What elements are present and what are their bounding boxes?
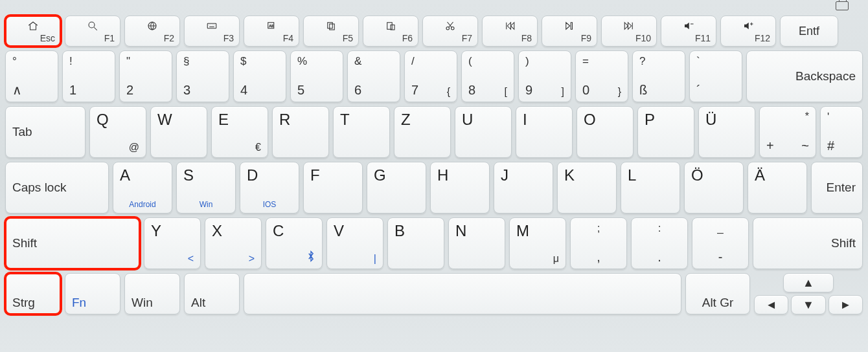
key-b[interactable]: B — [387, 217, 444, 269]
key-m[interactable]: M μ — [509, 217, 566, 269]
key-altgr[interactable]: Alt Gr — [685, 273, 750, 314]
print-icon — [836, 1, 849, 10]
key-degree[interactable]: ° ∧ — [5, 50, 58, 102]
key-f4[interactable]: All F4 — [244, 16, 299, 47]
key-j[interactable]: J — [494, 162, 553, 214]
key-plus[interactable]: * +~ — [759, 106, 816, 158]
key-o[interactable]: O — [577, 106, 634, 158]
key-d[interactable]: D IOS — [240, 162, 299, 214]
key-eszett[interactable]: ? ß — [632, 50, 685, 102]
key-arrow-down[interactable]: ▼ — [791, 295, 825, 314]
key-bot: 2 — [126, 83, 133, 98]
key-label: F4 — [283, 33, 293, 43]
key-letter: Ä — [755, 166, 800, 184]
key-arrow-left[interactable]: ◄ — [754, 295, 788, 314]
key-letter: N — [455, 222, 498, 240]
key-label: Esc — [40, 33, 55, 43]
key-f1[interactable]: F1 — [65, 16, 120, 47]
key-x[interactable]: X > — [205, 217, 262, 269]
key-capslock[interactable]: Caps lock — [5, 162, 109, 214]
key-z[interactable]: Z — [394, 106, 451, 158]
key-3[interactable]: § 3 — [176, 50, 229, 102]
key-g[interactable]: G — [367, 162, 426, 214]
key-i[interactable]: I — [516, 106, 573, 158]
key-a[interactable]: A Android — [113, 162, 172, 214]
key-label: F7 — [462, 33, 472, 43]
key-strg[interactable]: Strg — [5, 273, 61, 314]
key-comma[interactable]: ; , — [570, 217, 627, 269]
key-2[interactable]: " 2 — [119, 50, 172, 102]
key-bot: 4 — [240, 83, 247, 98]
key-ae[interactable]: Ä — [748, 162, 807, 214]
key-label: F8 — [521, 33, 532, 43]
key-5[interactable]: % 5 — [290, 50, 343, 102]
key-backspace[interactable]: Backspace — [746, 50, 863, 102]
key-l[interactable]: L — [621, 162, 680, 214]
key-k[interactable]: K — [557, 162, 617, 214]
key-alt[interactable]: Alt — [184, 273, 240, 314]
key-f12[interactable]: F12 — [720, 16, 776, 47]
key-accent[interactable]: ` ´ — [689, 50, 742, 102]
key-u[interactable]: U — [455, 106, 512, 158]
key-f11[interactable]: F11 — [661, 16, 716, 47]
key-arrow-right[interactable]: ► — [828, 295, 863, 314]
key-tab[interactable]: Tab — [5, 106, 86, 158]
svg-text:All: All — [269, 24, 273, 28]
key-p[interactable]: P — [637, 106, 694, 158]
key-r[interactable]: R — [272, 106, 329, 158]
key-y[interactable]: Y < — [144, 217, 201, 269]
play-pause-icon — [546, 19, 593, 33]
key-t[interactable]: T — [333, 106, 390, 158]
key-left-shift[interactable]: Shift — [5, 217, 140, 269]
key-9[interactable]: ) 9] — [518, 50, 571, 102]
key-right-shift[interactable]: Shift — [753, 217, 863, 269]
key-enter[interactable]: Enter — [811, 162, 863, 214]
key-letter: D — [247, 166, 292, 184]
key-f2[interactable]: F2 — [124, 16, 180, 47]
key-f5[interactable]: F5 — [303, 16, 359, 47]
key-1[interactable]: ! 1 — [62, 50, 115, 102]
key-f3[interactable]: F3 — [184, 16, 240, 47]
key-fn[interactable]: Fn — [65, 273, 120, 314]
key-dash[interactable]: _ - — [692, 217, 749, 269]
key-letter: E — [218, 111, 261, 129]
cut-icon — [427, 19, 474, 33]
key-4[interactable]: $ 4 — [233, 50, 286, 102]
key-0[interactable]: = 0} — [575, 50, 628, 102]
key-letter: M — [516, 222, 559, 240]
key-win[interactable]: Win — [124, 273, 180, 314]
key-f8[interactable]: F8 — [482, 16, 538, 47]
key-h[interactable]: H — [430, 162, 490, 214]
key-label: Enter — [818, 166, 856, 209]
key-e[interactable]: E € — [211, 106, 268, 158]
key-f10[interactable]: F10 — [601, 16, 657, 47]
key-f7[interactable]: F7 — [422, 16, 478, 47]
key-delete[interactable]: Entf — [780, 16, 838, 47]
key-letter: T — [340, 111, 383, 129]
key-f[interactable]: F — [303, 162, 363, 214]
key-c[interactable]: C — [266, 217, 323, 269]
key-top: ° — [12, 55, 51, 68]
key-f9[interactable]: F9 — [542, 16, 597, 47]
prev-track-icon — [486, 19, 533, 33]
key-hash[interactable]: ' # — [820, 106, 863, 158]
key-6[interactable]: & 6 — [347, 50, 400, 102]
key-w[interactable]: W — [150, 106, 207, 158]
key-f6[interactable]: F6 — [363, 16, 418, 47]
key-alt: > — [249, 253, 255, 265]
key-letter: X — [212, 222, 255, 240]
key-s[interactable]: S Win — [176, 162, 236, 214]
key-sublabel: Win — [177, 200, 235, 209]
key-q[interactable]: Q @ — [89, 106, 146, 158]
key-ue[interactable]: Ü — [698, 106, 755, 158]
key-7[interactable]: / 7{ — [404, 50, 457, 102]
key-8[interactable]: ( 8[ — [461, 50, 514, 102]
key-space[interactable] — [244, 273, 681, 314]
key-oe[interactable]: Ö — [684, 162, 744, 214]
key-n[interactable]: N — [448, 217, 505, 269]
key-period[interactable]: : . — [631, 217, 688, 269]
key-arrow-up[interactable]: ▲ — [783, 273, 834, 292]
key-esc[interactable]: Esc — [5, 16, 61, 47]
key-label: Win — [131, 278, 173, 310]
key-v[interactable]: V | — [326, 217, 383, 269]
